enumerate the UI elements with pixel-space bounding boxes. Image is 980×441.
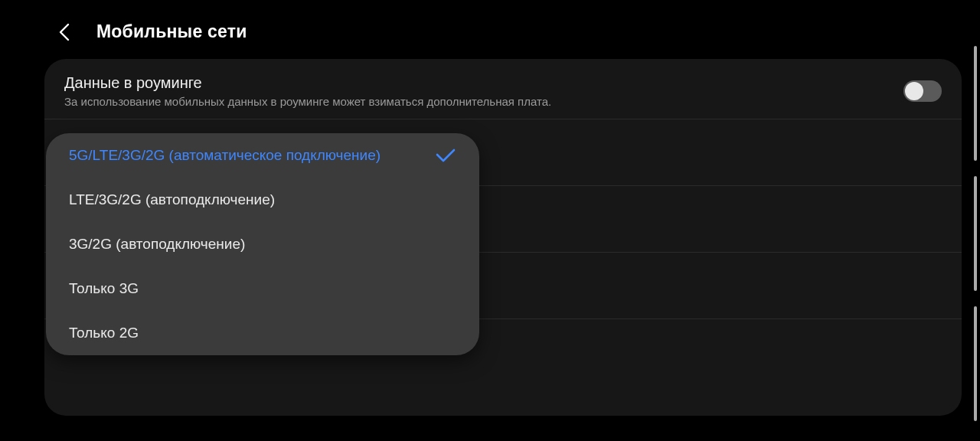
network-mode-popup: 5G/LTE/3G/2G (автоматическое подключение… <box>46 133 479 355</box>
network-mode-option-2g-only[interactable]: Только 2G <box>46 311 479 355</box>
side-indicators <box>974 46 977 421</box>
back-icon[interactable] <box>55 22 75 42</box>
option-label: 5G/LTE/3G/2G (автоматическое подключение… <box>69 147 381 164</box>
header-bar: Мобильные сети <box>0 0 980 59</box>
network-mode-option-lte[interactable]: LTE/3G/2G (автоподключение) <box>46 178 479 222</box>
side-indicator <box>974 46 977 161</box>
roaming-data-text: Данные в роуминге За использование мобил… <box>64 74 903 108</box>
network-mode-option-3g-only[interactable]: Только 3G <box>46 266 479 311</box>
option-label: LTE/3G/2G (автоподключение) <box>69 191 275 208</box>
roaming-data-row[interactable]: Данные в роуминге За использование мобил… <box>44 65 962 119</box>
toggle-knob <box>905 82 923 100</box>
option-label: Только 2G <box>69 325 139 341</box>
network-mode-option-3g2g[interactable]: 3G/2G (автоподключение) <box>46 222 479 266</box>
roaming-subtitle: За использование мобильных данных в роум… <box>64 95 903 108</box>
side-indicator <box>974 176 977 291</box>
option-label: 3G/2G (автоподключение) <box>69 236 245 253</box>
side-indicator <box>974 306 977 421</box>
check-icon <box>435 147 456 164</box>
page-title: Мобильные сети <box>96 21 247 42</box>
roaming-title: Данные в роуминге <box>64 74 903 92</box>
option-label: Только 3G <box>69 280 139 297</box>
network-mode-option-5g[interactable]: 5G/LTE/3G/2G (автоматическое подключение… <box>46 133 479 178</box>
roaming-toggle[interactable] <box>903 80 942 102</box>
